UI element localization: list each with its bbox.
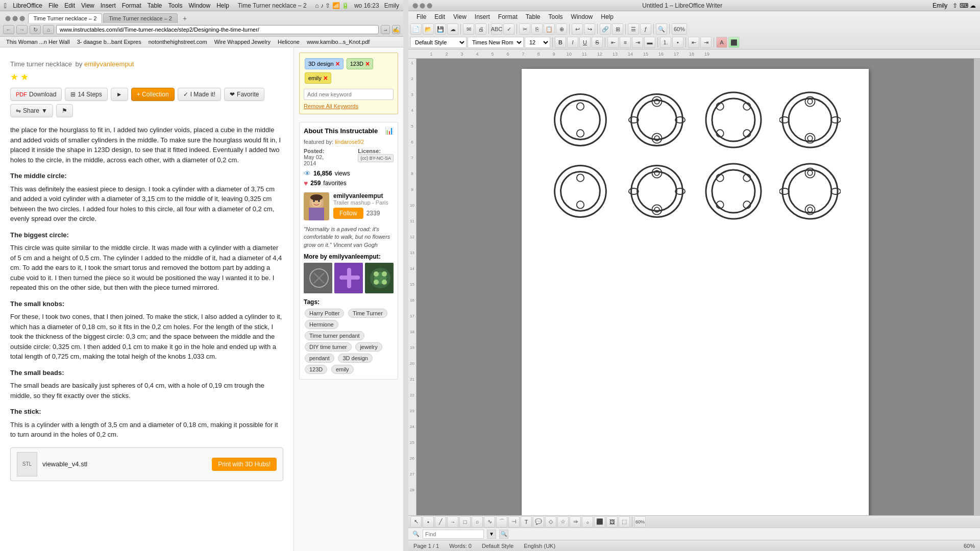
favorite-button[interactable]: ❤ Favorite — [224, 88, 264, 101]
numbering-button[interactable]: 1. — [660, 37, 671, 48]
tag-3ddesign2[interactable]: 3D design — [338, 354, 373, 363]
mac-menu-help[interactable]: Help — [216, 2, 229, 9]
draw-basic-shapes-button[interactable]: ◇ — [545, 516, 556, 528]
draw-ellipse-button[interactable]: ○ — [472, 516, 483, 528]
bookmark-kamibo[interactable]: www.kamibo...s_Knot.pdf — [304, 38, 373, 46]
share-button[interactable]: ⇋ Share ▼ — [10, 104, 53, 117]
more-thumb-1[interactable] — [304, 263, 332, 293]
strikethrough-button[interactable]: S — [592, 37, 603, 48]
open-button[interactable]: 📂 — [423, 23, 434, 35]
mac-menu-libreoffice[interactable]: LibreOffice — [13, 2, 42, 9]
bookmark-3daagse[interactable]: 3- daagse b...bant Expres — [74, 38, 144, 46]
bold-button[interactable]: B — [555, 37, 566, 48]
mac-menu-tools[interactable]: Tools — [168, 2, 182, 9]
tab-active[interactable]: Time Turner necklace – 2 — [28, 13, 103, 23]
tag-hermione[interactable]: Hermione — [305, 320, 338, 329]
mac-menu-view[interactable]: View — [81, 2, 94, 9]
spelling-button[interactable]: ABC — [491, 23, 502, 35]
hyperlink-button[interactable]: 🔗 — [600, 23, 611, 35]
lo-menu-edit[interactable]: Edit — [430, 12, 449, 21]
zoom-percent[interactable]: 60% — [672, 23, 687, 35]
zoom-out-button[interactable]: 60% — [634, 516, 646, 528]
paste-button[interactable]: 📋 — [544, 23, 555, 35]
back-button[interactable]: ← — [3, 25, 14, 34]
toggle-extrusion-button[interactable]: ⬚ — [619, 516, 630, 528]
font-color-button[interactable]: A — [716, 37, 727, 48]
clone-button[interactable]: ⊕ — [556, 23, 567, 35]
draw-curve-button[interactable]: ⌒ — [496, 516, 507, 528]
lo-menu-tools[interactable]: Tools — [545, 12, 567, 21]
add-keyword-input[interactable] — [304, 89, 394, 100]
font-size-selector[interactable]: 12 — [525, 37, 550, 48]
align-center-button[interactable]: ≡ — [620, 37, 631, 48]
justify-button[interactable]: ▬ — [644, 37, 655, 48]
tag-diy[interactable]: DIY time turner — [305, 342, 352, 352]
home-button[interactable]: ⌂ — [43, 25, 54, 34]
tag-pendant2[interactable]: pendant — [305, 354, 334, 363]
mac-menu-edit[interactable]: Edit — [64, 2, 75, 9]
follow-button[interactable]: Follow — [333, 208, 363, 219]
mac-menu-format[interactable]: Format — [122, 2, 141, 9]
show-functions-button[interactable]: ƒ — [640, 23, 651, 35]
bookmark-woman[interactable]: This Woman ...n Her Wall — [3, 38, 73, 46]
align-left-button[interactable]: ⇤ — [607, 37, 619, 48]
tag-time-turner[interactable]: Time Turner — [348, 309, 387, 318]
lo-menu-format[interactable]: Format — [494, 12, 522, 21]
tag-pendant[interactable]: Time turner pendant — [305, 331, 364, 340]
remove-all-keywords-link[interactable]: Remove All Keywords — [304, 103, 358, 109]
lo-menu-view[interactable]: View — [449, 12, 471, 21]
draw-flowchart-button[interactable]: ⬦ — [582, 516, 593, 528]
bookmark-wirewrapped[interactable]: Wire Wrapped Jewelry — [211, 38, 274, 46]
autocorrect-button[interactable]: ✓ — [503, 23, 514, 35]
copy-button[interactable]: ⎘ — [531, 23, 543, 35]
find-button[interactable]: 🔍 — [656, 23, 667, 35]
lo-scrollbar[interactable] — [974, 59, 980, 515]
insert-image-button[interactable]: 🖼 — [606, 516, 618, 528]
show-changes-button[interactable]: ☰ — [628, 23, 639, 35]
draw-point-button[interactable]: • — [423, 516, 434, 528]
bookmark-notonhighstreet[interactable]: notonthehighstreet.com — [145, 38, 210, 46]
undo-button[interactable]: ↩ — [572, 23, 583, 35]
save-remote-button[interactable]: ☁ — [447, 23, 458, 35]
mac-menu-file[interactable]: File — [48, 2, 58, 9]
tag-jewelry[interactable]: jewelry — [355, 342, 382, 352]
more-thumb-3[interactable] — [365, 263, 394, 293]
draw-block-arrows-button[interactable]: ⇒ — [570, 516, 581, 528]
reload-button[interactable]: ↻ — [30, 25, 41, 34]
mac-menu-insert[interactable]: Insert — [101, 2, 116, 9]
cut-button[interactable]: ✂ — [519, 23, 530, 35]
find-magnify-button[interactable]: 🔍 — [499, 530, 508, 539]
email-button[interactable]: ✉ — [463, 23, 474, 35]
draw-text-button[interactable]: T — [521, 516, 532, 528]
lo-menu-table[interactable]: Table — [522, 12, 545, 21]
find-input[interactable] — [423, 530, 484, 539]
draw-select-button[interactable]: ↖ — [410, 516, 422, 528]
new-doc-button[interactable]: 📄 — [410, 23, 422, 35]
draw-freeform-button[interactable]: ∿ — [484, 516, 495, 528]
underline-button[interactable]: U — [579, 37, 591, 48]
next-step-button[interactable]: ► — [111, 88, 128, 101]
bookmark-helicone[interactable]: Helicone — [275, 38, 303, 46]
lo-menu-window[interactable]: Window — [567, 12, 597, 21]
lo-menu-file[interactable]: File — [412, 12, 430, 21]
graph-icon[interactable]: 📊 — [385, 127, 394, 135]
print-3d-button[interactable]: Print with 3D Hubs! — [212, 458, 277, 471]
draw-3d-shapes-button[interactable]: ⬛ — [594, 516, 605, 528]
tag-123d2[interactable]: 123D — [305, 365, 327, 374]
table-button[interactable]: ⊞ — [612, 23, 623, 35]
draw-callout-button[interactable]: 💬 — [533, 516, 544, 528]
more-thumb-2[interactable] — [334, 263, 363, 293]
draw-arrow-button[interactable]: → — [447, 516, 458, 528]
new-tab-button[interactable]: + — [179, 14, 191, 23]
featured-by-link[interactable]: lindarose92 — [335, 139, 364, 145]
highlight-button[interactable]: ⬛ — [728, 37, 740, 48]
increase-indent-button[interactable]: ⇥ — [700, 37, 712, 48]
tag-emily2[interactable]: emily — [331, 365, 354, 374]
mac-menu-table[interactable]: Table — [148, 2, 162, 9]
extensions-button[interactable]: ✍ — [392, 25, 400, 34]
font-selector[interactable]: Times New Roma — [468, 37, 524, 48]
remove-123d-button[interactable]: × — [365, 60, 370, 68]
lo-menu-insert[interactable]: Insert — [471, 12, 494, 21]
i-made-it-button[interactable]: ✓ I Made it! — [178, 88, 221, 101]
draw-connectors-button[interactable]: ⊣ — [508, 516, 520, 528]
